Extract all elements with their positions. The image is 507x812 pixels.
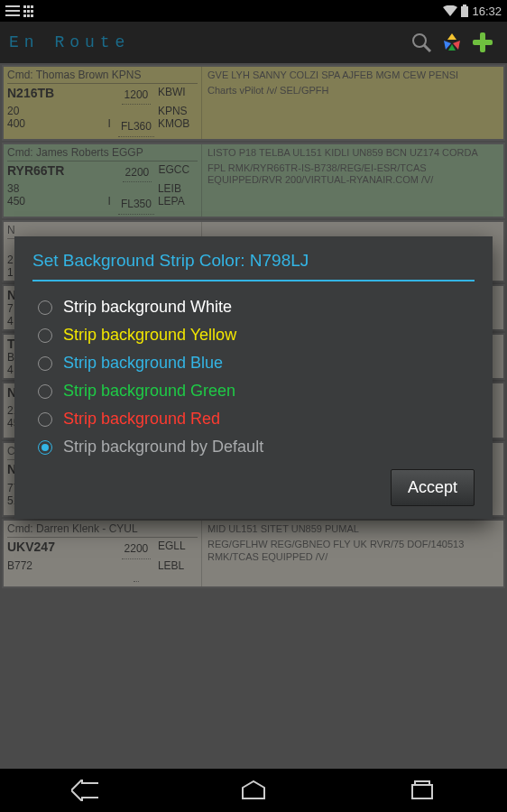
- accept-button[interactable]: Accept: [391, 469, 475, 506]
- radio-icon: [38, 384, 52, 399]
- radio-icon: [38, 356, 52, 371]
- svg-rect-1: [5, 10, 20, 12]
- battery-icon: [461, 5, 468, 17]
- radio-icon: [38, 300, 52, 315]
- radio-green[interactable]: Strip background Green: [38, 382, 475, 401]
- color-dialog: Set Background Strip Color: N798LJ Strip…: [14, 236, 493, 519]
- status-bar: 16:32: [0, 0, 507, 22]
- radio-default[interactable]: Strip background by Default: [38, 438, 475, 457]
- radio-yellow[interactable]: Strip background Yellow: [38, 326, 475, 345]
- radio-label: Strip background Red: [63, 410, 220, 429]
- radio-icon: [38, 440, 52, 455]
- svg-rect-2: [5, 14, 20, 16]
- radio-blue[interactable]: Strip background Blue: [38, 354, 475, 373]
- radio-label: Strip background Yellow: [63, 326, 236, 345]
- search-icon[interactable]: [406, 27, 437, 58]
- svg-rect-0: [5, 5, 20, 7]
- add-icon[interactable]: [467, 27, 498, 58]
- menu-icon: [5, 5, 20, 17]
- back-icon[interactable]: [70, 776, 99, 805]
- svg-rect-3: [461, 6, 468, 17]
- radio-white[interactable]: Strip background White: [38, 298, 475, 317]
- svg-point-5: [413, 34, 426, 47]
- app-bar: En Route: [0, 22, 507, 63]
- svg-rect-9: [412, 785, 432, 798]
- home-icon[interactable]: [239, 776, 268, 805]
- radio-icon: [38, 328, 52, 343]
- svg-line-6: [424, 45, 430, 51]
- app-title: En Route: [9, 33, 130, 51]
- radio-label: Strip background White: [63, 298, 232, 317]
- status-time: 16:32: [472, 5, 502, 18]
- svg-rect-10: [415, 781, 429, 785]
- radio-label: Strip background Blue: [63, 354, 223, 373]
- multi-color-icon[interactable]: [437, 27, 467, 58]
- dialog-title: Set Background Strip Color: N798LJ: [32, 251, 475, 280]
- radio-red[interactable]: Strip background Red: [38, 410, 475, 429]
- radio-icon: [38, 412, 52, 427]
- nav-bar: [0, 769, 507, 812]
- radio-label: Strip background by Default: [63, 438, 263, 457]
- svg-rect-8: [473, 40, 493, 45]
- recents-icon[interactable]: [408, 776, 437, 805]
- apps-grid-icon: [23, 5, 33, 17]
- radio-label: Strip background Green: [63, 382, 235, 401]
- svg-rect-4: [463, 5, 466, 6]
- dialog-divider: [32, 280, 475, 281]
- wifi-icon: [443, 5, 457, 16]
